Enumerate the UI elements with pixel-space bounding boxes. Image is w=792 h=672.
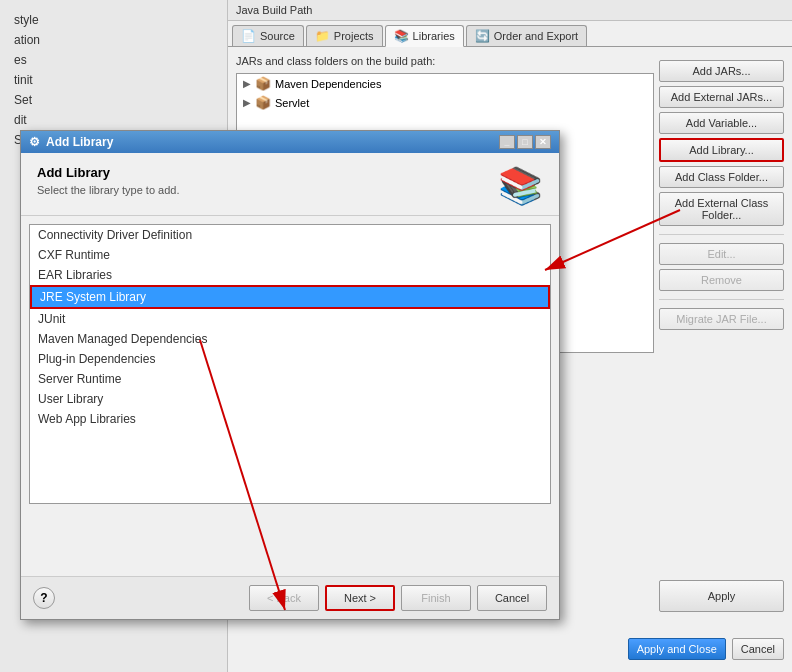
- dialog-maximize-button[interactable]: □: [517, 135, 533, 149]
- jar-label-maven: Maven Dependencies: [275, 78, 381, 90]
- dialog-title-text: Add Library: [46, 135, 113, 149]
- lib-item-ear[interactable]: EAR Libraries: [30, 265, 550, 285]
- sidebar-item-tinit[interactable]: tinit: [8, 70, 219, 90]
- dialog-library-icon: 📚: [498, 165, 543, 207]
- projects-tab-icon: 📁: [315, 29, 330, 43]
- help-button[interactable]: ?: [33, 587, 55, 609]
- libraries-tab-icon: 📚: [394, 29, 409, 43]
- remove-button[interactable]: Remove: [659, 269, 784, 291]
- title-bar: Java Build Path: [228, 0, 792, 21]
- add-external-class-folder-button[interactable]: Add External Class Folder...: [659, 192, 784, 226]
- dialog-minimize-button[interactable]: _: [499, 135, 515, 149]
- dialog-titlebar-controls: _ □ ✕: [499, 135, 551, 149]
- separator-1: [659, 234, 784, 235]
- sidebar-item-style[interactable]: style: [8, 10, 219, 30]
- add-library-button[interactable]: Add Library...: [659, 138, 784, 162]
- dialog-title-icon: ⚙: [29, 135, 40, 149]
- lib-item-server[interactable]: Server Runtime: [30, 369, 550, 389]
- jar-label-servlet: Servlet: [275, 97, 309, 109]
- source-tab-icon: 📄: [241, 29, 256, 43]
- dialog-footer: ? < Back Next > Finish Cancel: [21, 576, 559, 619]
- jar-expand-arrow-servlet: ▶: [243, 97, 251, 108]
- tab-source-label: Source: [260, 30, 295, 42]
- dialog-body: Connectivity Driver Definition CXF Runti…: [21, 216, 559, 512]
- tab-projects-label: Projects: [334, 30, 374, 42]
- order-export-tab-icon: 🔄: [475, 29, 490, 43]
- apply-button[interactable]: Apply: [668, 586, 775, 606]
- sidebar-item-set1[interactable]: Set: [8, 90, 219, 110]
- dialog-header-title: Add Library: [37, 165, 179, 180]
- tab-order-export[interactable]: 🔄 Order and Export: [466, 25, 587, 46]
- lib-item-cxf[interactable]: CXF Runtime: [30, 245, 550, 265]
- lib-item-webapp[interactable]: Web App Libraries: [30, 409, 550, 429]
- tab-projects[interactable]: 📁 Projects: [306, 25, 383, 46]
- library-list[interactable]: Connectivity Driver Definition CXF Runti…: [29, 224, 551, 504]
- apply-button-main: Apply: [659, 580, 784, 612]
- tab-order-export-label: Order and Export: [494, 30, 578, 42]
- back-button[interactable]: < Back: [249, 585, 319, 611]
- apply-and-close-button[interactable]: Apply and Close: [628, 638, 726, 660]
- edit-button[interactable]: Edit...: [659, 243, 784, 265]
- right-buttons: Add JARs... Add External JARs... Add Var…: [659, 60, 784, 330]
- migrate-jar-file-button[interactable]: Migrate JAR File...: [659, 308, 784, 330]
- next-button[interactable]: Next >: [325, 585, 395, 611]
- title-text: Java Build Path: [236, 4, 312, 16]
- sidebar-item-dit[interactable]: dit: [8, 110, 219, 130]
- lib-item-plugin[interactable]: Plug-in Dependencies: [30, 349, 550, 369]
- jar-icon-servlet: 📦: [255, 95, 271, 110]
- main-panel: style ation es tinit Set dit Set Java Bu…: [0, 0, 792, 672]
- cancel-button[interactable]: Cancel: [477, 585, 547, 611]
- cancel-main-button[interactable]: Cancel: [732, 638, 784, 660]
- dialog-header: Add Library Select the library type to a…: [21, 153, 559, 216]
- dialog-titlebar: ⚙ Add Library _ □ ✕: [21, 131, 559, 153]
- dialog-close-button[interactable]: ✕: [535, 135, 551, 149]
- lib-item-user[interactable]: User Library: [30, 389, 550, 409]
- jar-item-maven[interactable]: ▶ 📦 Maven Dependencies: [237, 74, 653, 93]
- lib-item-maven-managed[interactable]: Maven Managed Dependencies: [30, 329, 550, 349]
- add-variable-button[interactable]: Add Variable...: [659, 112, 784, 134]
- footer-left: ?: [33, 587, 55, 609]
- tab-source[interactable]: 📄 Source: [232, 25, 304, 46]
- lib-item-jre[interactable]: JRE System Library: [30, 285, 550, 309]
- sidebar-item-es[interactable]: es: [8, 50, 219, 70]
- jar-expand-arrow-maven: ▶: [243, 78, 251, 89]
- lib-item-junit[interactable]: JUnit: [30, 309, 550, 329]
- footer-right: < Back Next > Finish Cancel: [249, 585, 547, 611]
- lib-item-connectivity[interactable]: Connectivity Driver Definition: [30, 225, 550, 245]
- add-class-folder-button[interactable]: Add Class Folder...: [659, 166, 784, 188]
- tab-bar: 📄 Source 📁 Projects 📚 Libraries 🔄 Order …: [228, 21, 792, 47]
- jar-item-servlet[interactable]: ▶ 📦 Servlet: [237, 93, 653, 112]
- tab-libraries-label: Libraries: [413, 30, 455, 42]
- jar-icon-maven: 📦: [255, 76, 271, 91]
- sidebar-item-ation[interactable]: ation: [8, 30, 219, 50]
- tab-libraries[interactable]: 📚 Libraries: [385, 25, 464, 47]
- separator-2: [659, 299, 784, 300]
- add-jars-button[interactable]: Add JARs...: [659, 60, 784, 82]
- bottom-actions: Apply and Close Cancel: [628, 638, 784, 660]
- dialog-header-text: Add Library Select the library type to a…: [37, 165, 179, 196]
- finish-button[interactable]: Finish: [401, 585, 471, 611]
- dialog-header-subtitle: Select the library type to add.: [37, 184, 179, 196]
- add-library-dialog: ⚙ Add Library _ □ ✕ Add Library Select t…: [20, 130, 560, 620]
- add-external-jars-button[interactable]: Add External JARs...: [659, 86, 784, 108]
